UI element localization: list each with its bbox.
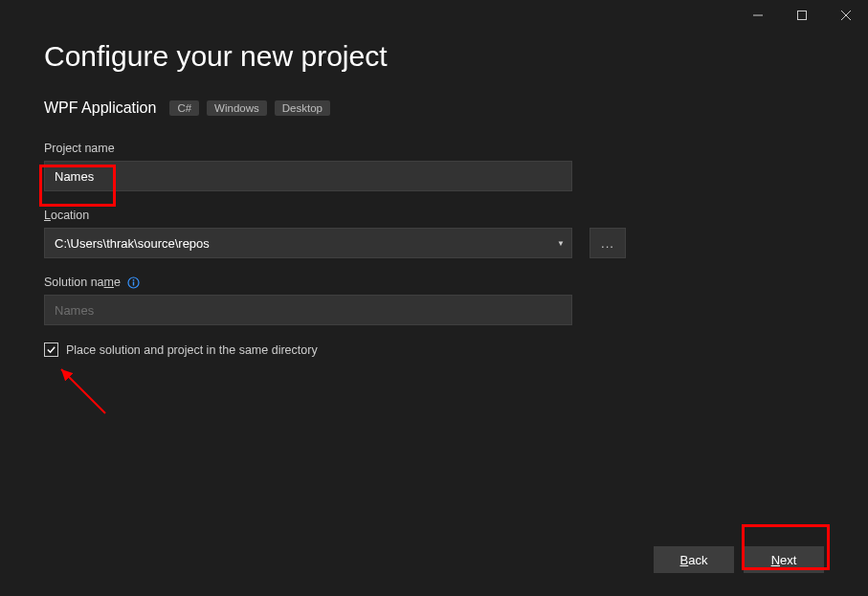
- annotation-arrow: [50, 358, 117, 425]
- dialog-footer: Back Next: [654, 546, 824, 573]
- project-name-label: Project name: [44, 142, 824, 155]
- svg-point-2: [133, 279, 135, 281]
- tag-windows: Windows: [207, 100, 267, 116]
- page-title: Configure your new project: [44, 40, 824, 73]
- template-row: WPF Application C# Windows Desktop: [44, 99, 824, 117]
- browse-button[interactable]: ...: [590, 228, 626, 258]
- solution-name-input: [44, 295, 572, 325]
- check-icon: [46, 344, 56, 355]
- back-button[interactable]: Back: [654, 546, 734, 573]
- tag-csharp: C#: [169, 100, 199, 116]
- svg-line-4: [61, 369, 105, 413]
- same-directory-row[interactable]: Place solution and project in the same d…: [44, 342, 824, 357]
- solution-name-label: Solution name: [44, 276, 824, 289]
- close-button[interactable]: [824, 0, 868, 31]
- minimize-button[interactable]: [736, 0, 780, 31]
- location-input[interactable]: [44, 228, 572, 258]
- location-group: Location ▼ ...: [44, 209, 824, 258]
- project-name-input[interactable]: [44, 161, 572, 191]
- next-button[interactable]: Next: [744, 546, 824, 573]
- template-name: WPF Application: [44, 99, 156, 117]
- template-tags: C# Windows Desktop: [169, 100, 330, 116]
- same-directory-checkbox[interactable]: [44, 342, 58, 357]
- location-label: Location: [44, 209, 824, 222]
- maximize-icon: [797, 11, 807, 20]
- titlebar: [0, 0, 868, 31]
- solution-name-group: Solution name: [44, 276, 824, 325]
- svg-rect-3: [133, 282, 134, 286]
- maximize-button[interactable]: [780, 0, 824, 31]
- minimize-icon: [753, 11, 763, 20]
- project-name-group: Project name: [44, 142, 824, 191]
- close-icon: [841, 11, 851, 20]
- same-directory-label: Place solution and project in the same d…: [66, 343, 318, 357]
- dialog-content: Configure your new project WPF Applicati…: [0, 31, 868, 357]
- tag-desktop: Desktop: [275, 100, 330, 116]
- svg-rect-0: [798, 11, 807, 20]
- info-icon[interactable]: [127, 276, 140, 289]
